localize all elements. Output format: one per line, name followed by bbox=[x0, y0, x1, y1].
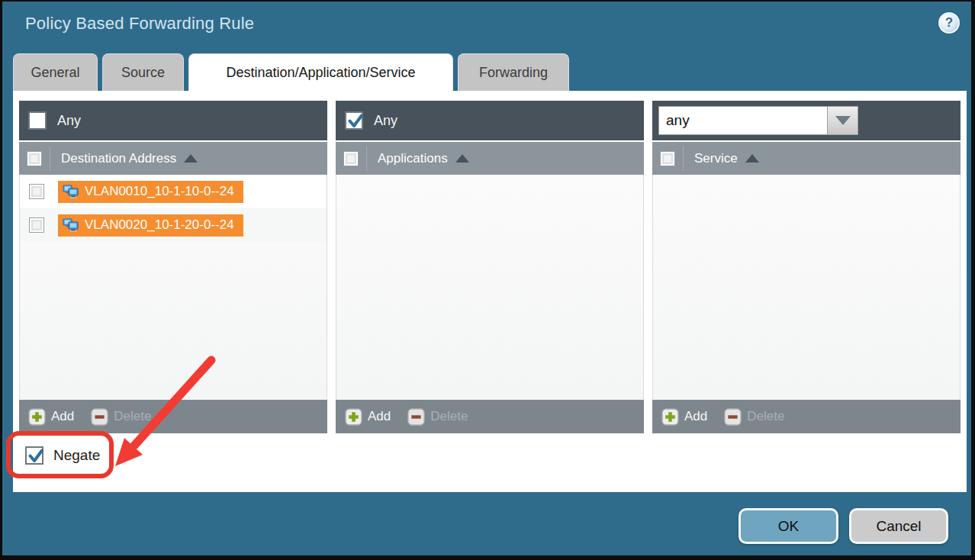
service-select-input[interactable] bbox=[658, 106, 828, 135]
tab-source[interactable]: Source bbox=[102, 53, 184, 91]
dropdown-button[interactable] bbox=[828, 106, 858, 135]
destination-any-bar: Any bbox=[19, 101, 327, 140]
sort-ascending-icon bbox=[455, 154, 469, 163]
applications-list bbox=[336, 175, 644, 400]
destination-any-label: Any bbox=[57, 113, 81, 129]
cancel-button[interactable]: Cancel bbox=[849, 508, 948, 544]
service-select-bar bbox=[652, 101, 961, 140]
delete-icon bbox=[724, 408, 742, 426]
address-object-name: VLAN0010_10-1-10-0--24 bbox=[85, 184, 234, 199]
tab-content: Any Destination Address bbox=[13, 91, 967, 492]
delete-icon bbox=[91, 408, 108, 426]
applications-header[interactable]: Applications bbox=[336, 140, 644, 175]
check-icon bbox=[347, 113, 364, 130]
select-all-checkbox[interactable] bbox=[343, 151, 359, 166]
add-icon bbox=[28, 408, 46, 426]
negate-row: Negate bbox=[25, 446, 100, 465]
negate-checkbox[interactable] bbox=[25, 446, 43, 465]
delete-label: Delete bbox=[747, 409, 784, 424]
row-checkbox[interactable] bbox=[29, 217, 44, 233]
applications-any-checkbox[interactable] bbox=[345, 111, 363, 130]
applications-toolbar: Add Delete bbox=[336, 400, 644, 433]
divider bbox=[366, 146, 367, 171]
table-row[interactable]: VLAN0010_10-1-10-0--24 bbox=[20, 175, 327, 208]
tab-general[interactable]: General bbox=[13, 53, 98, 91]
select-all-checkbox[interactable] bbox=[27, 151, 42, 166]
service-panel: Service Add bbox=[652, 101, 961, 433]
destination-address-header-label: Destination Address bbox=[61, 151, 176, 166]
applications-header-label: Applications bbox=[378, 151, 448, 166]
destination-toolbar: Add Delete bbox=[19, 400, 327, 433]
add-icon bbox=[345, 408, 362, 426]
add-label: Add bbox=[51, 409, 74, 424]
row-checkbox[interactable] bbox=[29, 184, 44, 199]
help-icon[interactable]: ? bbox=[938, 12, 960, 34]
network-icon bbox=[63, 218, 79, 233]
delete-label: Delete bbox=[114, 409, 151, 424]
check-icon bbox=[27, 448, 44, 465]
destination-address-list: VLAN0010_10-1-10-0--24 bbox=[19, 175, 327, 400]
destination-any-checkbox[interactable] bbox=[28, 111, 47, 130]
sort-ascending-icon bbox=[745, 154, 759, 163]
table-row[interactable]: VLAN0020_10-1-20-0--24 bbox=[20, 208, 327, 242]
ok-button[interactable]: OK bbox=[738, 508, 838, 544]
service-list bbox=[652, 175, 961, 400]
dialog-window: Policy Based Forwarding Rule ? General S… bbox=[0, 0, 975, 560]
service-header-label: Service bbox=[694, 151, 738, 166]
dialog-background: Policy Based Forwarding Rule ? General S… bbox=[2, 2, 971, 555]
add-icon bbox=[661, 408, 679, 426]
service-combo bbox=[658, 106, 858, 135]
delete-button[interactable]: Delete bbox=[407, 408, 468, 426]
add-label: Add bbox=[368, 409, 391, 424]
destination-address-header[interactable]: Destination Address bbox=[19, 140, 327, 175]
add-button[interactable]: Add bbox=[345, 408, 391, 426]
applications-any-bar: Any bbox=[336, 101, 644, 140]
tab-destination-application-service[interactable]: Destination/Application/Service bbox=[188, 53, 453, 91]
dialog-title: Policy Based Forwarding Rule bbox=[25, 14, 254, 34]
tab-forwarding[interactable]: Forwarding bbox=[458, 53, 569, 91]
service-header[interactable]: Service bbox=[652, 140, 961, 175]
destination-address-panel: Any Destination Address bbox=[19, 101, 327, 433]
delete-label: Delete bbox=[430, 409, 468, 424]
sort-ascending-icon bbox=[184, 154, 198, 163]
tab-bar: General Source Destination/Application/S… bbox=[13, 53, 569, 91]
network-icon bbox=[63, 185, 79, 199]
applications-panel: Any Applications Add bbox=[336, 101, 644, 433]
add-button[interactable]: Add bbox=[28, 408, 74, 426]
add-label: Add bbox=[684, 409, 707, 424]
chevron-down-icon bbox=[835, 116, 851, 125]
divider bbox=[50, 146, 50, 171]
divider bbox=[683, 146, 684, 171]
applications-any-label: Any bbox=[374, 113, 397, 129]
address-object-chip[interactable]: VLAN0020_10-1-20-0--24 bbox=[58, 214, 243, 237]
address-object-name: VLAN0020_10-1-20-0--24 bbox=[85, 217, 234, 233]
select-all-checkbox[interactable] bbox=[660, 151, 675, 166]
delete-button[interactable]: Delete bbox=[724, 408, 784, 426]
delete-icon bbox=[407, 408, 425, 426]
negate-label: Negate bbox=[53, 447, 100, 464]
add-button[interactable]: Add bbox=[661, 408, 707, 426]
delete-button[interactable]: Delete bbox=[91, 408, 151, 426]
service-toolbar: Add Delete bbox=[652, 400, 961, 433]
address-object-chip[interactable]: VLAN0010_10-1-10-0--24 bbox=[58, 181, 243, 203]
